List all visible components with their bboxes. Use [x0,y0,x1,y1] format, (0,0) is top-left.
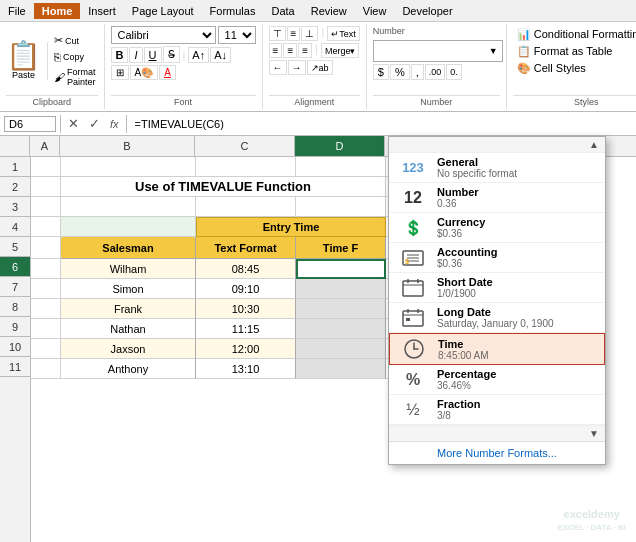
wrap-text-button[interactable]: ↵Text [327,26,360,41]
menu-item-home[interactable]: Home [34,3,81,19]
bold-button[interactable]: B [111,47,129,63]
underline-button[interactable]: U [144,47,162,63]
indent-increase-button[interactable]: → [288,60,306,75]
format-painter-button[interactable]: 🖌 Format Painter [52,66,98,88]
row-header-5[interactable]: 5 [0,237,30,257]
cell-b10[interactable]: Jaxson [61,339,196,359]
cell-d1[interactable] [296,157,386,177]
row-header-11[interactable]: 11 [0,357,30,377]
format-as-table-button[interactable]: 📋 Format as Table [513,43,636,60]
cell-a3[interactable] [31,197,61,217]
cell-c11[interactable]: 13:10 [196,359,296,379]
align-center-button[interactable]: ≡ [283,43,297,58]
row-header-1[interactable]: 1 [0,157,30,177]
num-format-item-accounting[interactable]: $ Accounting $0.36 [389,243,605,273]
formula-input[interactable] [131,117,632,131]
orientation-button[interactable]: ↗ab [307,60,333,75]
align-top-button[interactable]: ⊤ [269,26,286,41]
cell-b6[interactable]: Wilham [61,259,196,279]
cell-d8[interactable] [296,299,386,319]
menu-item-pagelayout[interactable]: Page Layout [124,3,202,19]
cell-d11[interactable] [296,359,386,379]
conditional-formatting-button[interactable]: 📊 Conditional Formatting [513,26,636,43]
col-header-c[interactable]: C [195,136,295,156]
fill-color-button[interactable]: A🎨 [130,65,159,80]
row-header-3[interactable]: 3 [0,197,30,217]
cell-a4[interactable] [31,217,61,237]
menu-item-view[interactable]: View [355,3,395,19]
insert-function-icon[interactable]: fx [107,117,122,131]
cut-button[interactable]: ✂ Cut [52,33,98,48]
menu-item-insert[interactable]: Insert [80,3,124,19]
scroll-down-arrow[interactable]: ▼ [585,428,603,439]
decimal-decrease-button[interactable]: 0. [446,64,462,80]
cell-c9[interactable]: 11:15 [196,319,296,339]
cell-b8[interactable]: Frank [61,299,196,319]
menu-item-review[interactable]: Review [303,3,355,19]
cell-reference-box[interactable] [4,116,56,132]
row-header-4[interactable]: 4 [0,217,30,237]
font-decrease-button[interactable]: A↓ [210,47,231,63]
confirm-formula-icon[interactable]: ✓ [86,115,103,132]
cell-a2[interactable] [31,177,61,197]
decimal-increase-button[interactable]: .00 [425,64,446,80]
italic-button[interactable]: I [129,47,142,63]
row-header-9[interactable]: 9 [0,317,30,337]
cell-a8[interactable] [31,299,61,319]
cell-d6[interactable] [296,259,386,279]
menu-item-formulas[interactable]: Formulas [202,3,264,19]
border-button[interactable]: ⊞ [111,65,129,80]
more-number-formats-button[interactable]: More Number Formats... [389,441,605,464]
indent-decrease-button[interactable]: ← [269,60,287,75]
cell-d10[interactable] [296,339,386,359]
num-format-item-time[interactable]: Time 8:45:00 AM [389,333,605,365]
cell-c4-entrytime[interactable]: Entry Time [196,217,386,237]
cell-b2-title[interactable]: Use of TIMEVALUE Function [61,177,386,197]
num-format-item-percentage[interactable]: % Percentage 36.46% [389,365,605,395]
cell-c1[interactable] [196,157,296,177]
cell-a11[interactable] [31,359,61,379]
merge-button[interactable]: Merge▾ [321,43,360,58]
cell-b1[interactable] [61,157,196,177]
cell-d9[interactable] [296,319,386,339]
cell-a10[interactable] [31,339,61,359]
number-format-dropdown[interactable]: ▼ [373,40,503,62]
comma-style-button[interactable]: , [411,64,424,80]
row-header-8[interactable]: 8 [0,297,30,317]
col-header-a[interactable]: A [30,136,60,156]
font-name-dropdown[interactable]: Calibri [111,26,216,44]
num-format-item-general[interactable]: 123 General No specific format [389,153,605,183]
cell-c10[interactable]: 12:00 [196,339,296,359]
percent-style-button[interactable]: % [390,64,410,80]
num-format-item-longdate[interactable]: Long Date Saturday, January 0, 1900 [389,303,605,333]
cell-b9[interactable]: Nathan [61,319,196,339]
num-format-item-number[interactable]: 12 Number 0.36 [389,183,605,213]
cell-a6[interactable] [31,259,61,279]
cell-c6[interactable]: 08:45 [196,259,296,279]
align-middle-button[interactable]: ≡ [287,26,301,41]
cell-a9[interactable] [31,319,61,339]
num-format-item-shortdate[interactable]: Short Date 1/0/1900 [389,273,605,303]
align-left-button[interactable]: ≡ [269,43,283,58]
num-format-item-fraction[interactable]: ½ Fraction 3/8 [389,395,605,425]
col-header-b[interactable]: B [60,136,195,156]
cell-d3[interactable] [296,197,386,217]
cell-d7[interactable] [296,279,386,299]
cell-c7[interactable]: 09:10 [196,279,296,299]
menu-item-file[interactable]: File [0,3,34,19]
paste-button[interactable]: 📋 [6,42,41,70]
cell-c5-textformat[interactable]: Text Format [196,237,296,259]
row-header-2[interactable]: 2 [0,177,30,197]
cell-b4[interactable] [61,217,196,237]
cell-styles-button[interactable]: 🎨 Cell Styles [513,60,636,77]
cell-b3[interactable] [61,197,196,217]
scroll-up-arrow[interactable]: ▲ [585,139,603,150]
cancel-formula-icon[interactable]: ✕ [65,115,82,132]
font-color-button[interactable]: A [159,65,176,80]
row-header-6[interactable]: 6 [0,257,30,277]
row-header-10[interactable]: 10 [0,337,30,357]
strikethrough-button[interactable]: S̶ [163,46,180,63]
cell-a5[interactable] [31,237,61,259]
currency-style-button[interactable]: $ [373,64,389,80]
align-bottom-button[interactable]: ⊥ [301,26,318,41]
